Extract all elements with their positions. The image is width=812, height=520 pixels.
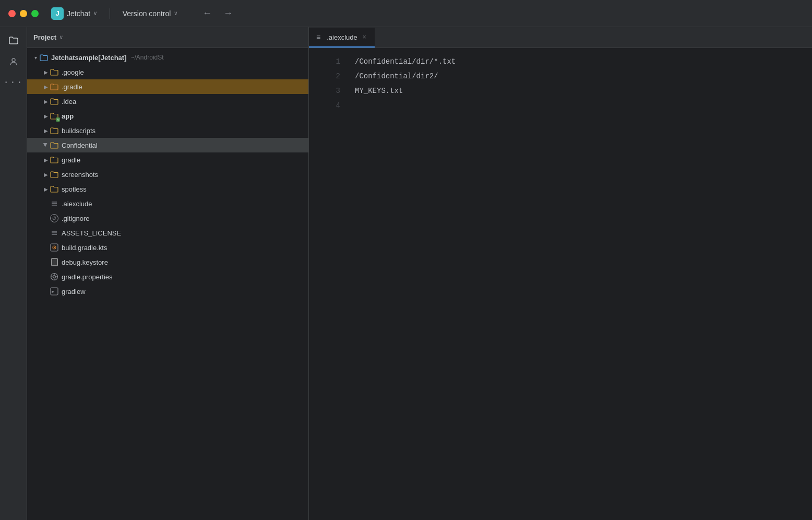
app-folder-icon: A	[50, 112, 58, 120]
panel-title: Project	[33, 33, 56, 41]
confidential-folder-icon	[50, 141, 58, 149]
spotless-arrow-icon: ▶	[42, 185, 50, 193]
tree-item-assets-license[interactable]: ASSETS_LICENSE	[27, 226, 308, 240]
gradle-properties-label: gradle.properties	[62, 273, 113, 281]
code-lines[interactable]: /Confidential/dir/*.txt /Confidential/di…	[351, 48, 812, 520]
line-number-1: 1	[309, 54, 351, 69]
idea-folder-icon	[50, 97, 58, 105]
line-number-4: 4	[309, 98, 351, 113]
tree-item-buildscripts[interactable]: ▶ buildscripts	[27, 123, 308, 138]
confidential-arrow-icon: ▶	[42, 141, 50, 149]
tree-root-item[interactable]: ▾ Jetchatsample [Jetchat] ~/AndroidSt	[27, 50, 308, 65]
editor-content: 1 2 3 4 /Confidential/dir/*.txt /Confide…	[309, 48, 812, 520]
svg-point-9	[54, 247, 55, 248]
line-number-2: 2	[309, 69, 351, 84]
assets-license-label: ASSETS_LICENSE	[62, 229, 121, 237]
screenshots-label: screenshots	[62, 171, 98, 179]
tree-item-app[interactable]: ▶ A app	[27, 109, 308, 123]
version-control-switcher[interactable]: Version control ∨	[118, 7, 182, 20]
line-number-3: 3	[309, 84, 351, 98]
panel-header: Project ∨	[27, 27, 308, 48]
tab-close-button[interactable]: ×	[362, 32, 367, 42]
buildscripts-folder-icon	[50, 126, 58, 135]
editor-tab-aiexclude[interactable]: ≡ .aiexclude ×	[309, 28, 375, 48]
file-tree-panel: Project ∨ ▾ Jetchatsample [Jetchat] ~/An…	[27, 27, 309, 520]
titlebar-divider	[110, 8, 110, 19]
build-gradle-file-icon	[50, 243, 58, 252]
idea-arrow-icon: ▶	[42, 97, 50, 105]
root-arrow-icon: ▾	[31, 53, 40, 62]
tree-item-confidential[interactable]: ▶ Confidential	[27, 138, 308, 152]
app-label: app	[62, 112, 74, 120]
buildscripts-arrow-icon: ▶	[42, 126, 50, 135]
sidebar-icons: ···	[0, 27, 27, 520]
tree-item-idea[interactable]: ▶ .idea	[27, 94, 308, 109]
gradle-folder2-icon	[50, 156, 58, 164]
sidebar-icon-team[interactable]	[4, 52, 23, 71]
google-label: .google	[62, 68, 84, 76]
app-chevron-icon: ∨	[93, 10, 97, 17]
debug-keystore-label: debug.keystore	[62, 258, 108, 266]
idea-label: .idea	[62, 98, 76, 105]
line-numbers: 1 2 3 4	[309, 48, 351, 520]
assets-license-file-icon	[50, 229, 58, 237]
more-dots-icon: ···	[3, 77, 23, 88]
gradlew-label: gradlew	[62, 288, 86, 296]
app-switcher[interactable]: J Jetchat ∨	[47, 5, 101, 22]
gitignore-label: .gitignore	[62, 215, 89, 222]
file-tree: ▾ Jetchatsample [Jetchat] ~/AndroidSt ▶	[27, 48, 308, 520]
tree-item-gradle-properties[interactable]: gradle.properties	[27, 269, 308, 284]
root-label: Jetchatsample	[51, 54, 98, 62]
code-line-3: MY_KEYS.txt	[355, 84, 812, 98]
main-layout: ··· Project ∨ ▾ Jetchatsample [Jetchat] …	[0, 27, 812, 520]
tree-item-gradle-folder[interactable]: ▶ .gradle	[27, 79, 308, 94]
aiexclude-label: .aiexclude	[62, 200, 92, 208]
tree-item-gradlew[interactable]: ▶ gradlew	[27, 284, 308, 299]
app-badge: A	[56, 117, 60, 122]
tree-item-debug-keystore[interactable]: debug.keystore	[27, 255, 308, 269]
tree-item-aiexclude[interactable]: .aiexclude	[27, 196, 308, 211]
tree-item-gitignore[interactable]: ∅ .gitignore	[27, 211, 308, 226]
version-control-label: Version control	[123, 9, 171, 18]
gradle-arrow-icon: ▶	[42, 156, 50, 164]
folder-sidebar-icon	[8, 36, 19, 46]
build-gradle-label: build.gradle.kts	[62, 244, 107, 252]
tab-menu-icon: ≡	[316, 33, 320, 41]
editor-area: ≡ .aiexclude × 1 2 3 4 /Confidential/dir…	[309, 27, 812, 520]
sidebar-icon-more[interactable]: ···	[4, 73, 23, 92]
gradle-folder-label: .gradle	[62, 83, 82, 91]
google-arrow-icon: ▶	[42, 68, 50, 76]
code-line-2: /Confidential/dir2/	[355, 69, 812, 84]
minimize-button[interactable]	[20, 10, 27, 17]
app-name: Jetchat	[67, 9, 90, 18]
panel-chevron-icon[interactable]: ∨	[59, 34, 63, 41]
screenshots-arrow-icon: ▶	[42, 170, 50, 179]
traffic-lights	[8, 10, 39, 17]
screenshots-folder-icon	[50, 170, 58, 179]
gitignore-file-icon: ∅	[50, 214, 58, 222]
code-line-1: /Confidential/dir/*.txt	[355, 54, 812, 69]
titlebar: J Jetchat ∨ Version control ∨ ← →	[0, 0, 812, 27]
tab-filename: .aiexclude	[327, 33, 357, 41]
tree-item-build-gradle[interactable]: build.gradle.kts	[27, 240, 308, 255]
tree-item-gradle[interactable]: ▶ gradle	[27, 152, 308, 167]
tree-item-google[interactable]: ▶ .google	[27, 65, 308, 79]
svg-rect-10	[52, 258, 57, 266]
keystore-file-icon	[50, 258, 58, 266]
app-arrow-icon: ▶	[42, 112, 50, 120]
nav-back-button[interactable]: ←	[198, 6, 216, 21]
close-button[interactable]	[8, 10, 16, 17]
sidebar-icon-project[interactable]	[4, 31, 23, 50]
root-folder-icon	[40, 53, 48, 62]
gradle-folder-arrow-icon: ▶	[42, 82, 50, 91]
tree-item-screenshots[interactable]: ▶ screenshots	[27, 167, 308, 182]
gradlew-file-icon: ▶	[50, 287, 58, 296]
spotless-folder-icon	[50, 185, 58, 193]
confidential-label: Confidential	[62, 141, 98, 149]
svg-text:▶: ▶	[52, 289, 54, 294]
maximize-button[interactable]	[31, 10, 39, 17]
tree-item-spotless[interactable]: ▶ spotless	[27, 182, 308, 196]
vc-chevron-icon: ∨	[174, 10, 177, 17]
nav-forward-button[interactable]: →	[219, 6, 237, 21]
code-line-4	[355, 98, 812, 113]
